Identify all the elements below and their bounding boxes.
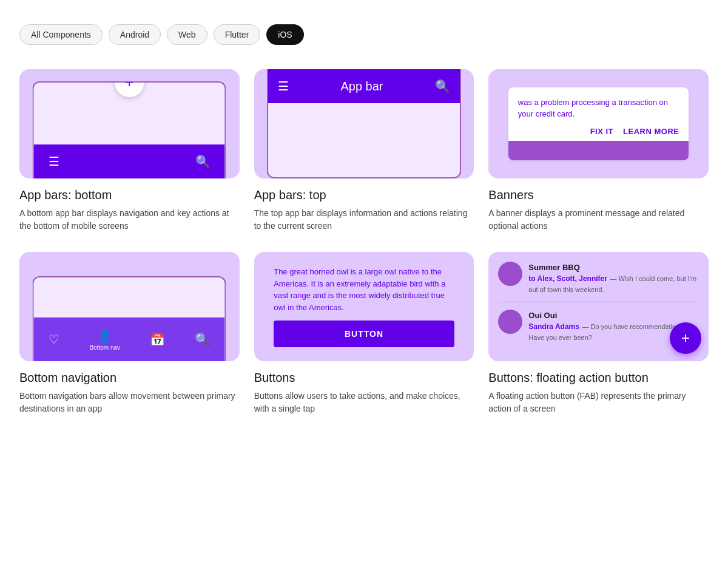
banner-actions: FIX IT LEARN MORE (518, 127, 679, 136)
nav-item-calendar: 📅 (150, 332, 165, 347)
fab-email-content-1: Summer BBQ to Alex, Scott, Jennifer — Wi… (528, 262, 699, 294)
person-icon: 👤 (97, 328, 112, 343)
search-icon-top: 🔍 (435, 79, 450, 93)
banner-preview-text: was a problem processing a transaction o… (518, 97, 679, 119)
bottom-nav-device: ♡ 👤 Bottom nav 📅 🔍 (33, 276, 226, 361)
preview-app-bars-bottom: + ☰ 🔍 (19, 69, 240, 178)
filter-android[interactable]: Android (109, 24, 161, 45)
preview-buttons: The great horned owl is a large owl nati… (254, 252, 474, 361)
fab-email-to-1: to Alex, Scott, Jennifer (528, 274, 607, 283)
heart-icon: ♡ (49, 332, 59, 347)
fab-email-to-2: Sandra Adams (528, 322, 579, 331)
fab-preview-circle: + (115, 81, 144, 97)
nav-item-favorites: ♡ (49, 332, 59, 347)
fab-email-from-text-1: Summer BBQ (528, 263, 580, 272)
nav-item-profile: 👤 Bottom nav (89, 328, 120, 351)
preview-app-bars-top: ☰ App bar 🔍 (254, 69, 474, 178)
fab-email-from-1: Summer BBQ (528, 262, 699, 273)
filter-ios[interactable]: iOS (266, 24, 303, 45)
card-desc-app-bars-top: The top app bar displays information and… (254, 207, 474, 232)
card-app-bars-top: ☰ App bar 🔍 App bars: top The top app ba… (254, 69, 474, 232)
preview-button-element[interactable]: BUTTON (274, 321, 454, 347)
nav-item-search: 🔍 (195, 332, 210, 347)
card-title-app-bars-bottom: App bars: bottom (19, 188, 240, 202)
nav-item-label: Bottom nav (89, 344, 120, 351)
fab-email-item-1: Summer BBQ to Alex, Scott, Jennifer — Wi… (498, 262, 699, 294)
fab-email-from-2: Oui Oui (528, 310, 699, 321)
card-title-banners: Banners (488, 188, 709, 202)
fab-divider (498, 302, 699, 302)
card-buttons: The great horned owl is a large owl nati… (254, 252, 474, 415)
fab-avatar-2 (498, 310, 522, 334)
card-desc-banners: A banner displays a prominent message an… (488, 207, 709, 232)
device-mockup-bottom: + ☰ 🔍 (33, 81, 226, 178)
top-appbar-bar: ☰ App bar 🔍 (268, 69, 459, 103)
card-title-fab: Buttons: floating action button (488, 371, 709, 385)
filter-bar: All Components Android Web Flutter iOS (19, 24, 709, 45)
card-desc-buttons: Buttons allow users to take actions, and… (254, 390, 474, 415)
component-grid: + ☰ 🔍 App bars: bottom A bottom app bar … (19, 69, 709, 415)
preview-banners: was a problem processing a transaction o… (488, 69, 709, 178)
appbar-title: App bar (340, 80, 383, 93)
calendar-icon: 📅 (150, 332, 165, 347)
card-desc-bottom-nav: Bottom navigation bars allow movement be… (19, 390, 240, 415)
filter-all[interactable]: All Components (19, 24, 103, 45)
search-icon: 🔍 (195, 154, 211, 169)
card-banners: was a problem processing a transaction o… (488, 69, 709, 232)
banner-learn-btn[interactable]: LEARN MORE (623, 127, 679, 136)
banner-strip (508, 141, 689, 160)
menu-icon: ☰ (49, 154, 59, 169)
fab-avatar-1 (498, 262, 522, 286)
card-desc-fab: A floating action button (FAB) represent… (488, 390, 709, 415)
bottom-nav-bar: ♡ 👤 Bottom nav 📅 🔍 (34, 317, 225, 361)
hamburger-icon: ☰ (278, 79, 289, 93)
card-fab: Summer BBQ to Alex, Scott, Jennifer — Wi… (488, 252, 709, 415)
buttons-scroll-text: The great horned owl is a large owl nati… (274, 266, 454, 313)
fab-button[interactable]: + (670, 322, 701, 354)
banner-fix-btn[interactable]: FIX IT (590, 127, 613, 136)
preview-bottom-navigation: ♡ 👤 Bottom nav 📅 🔍 (19, 252, 240, 361)
card-title-bottom-nav: Bottom navigation (19, 371, 240, 385)
fab-email-meta-1: to Alex, Scott, Jennifer — Wish I could … (528, 273, 699, 294)
card-bottom-navigation: ♡ 👤 Bottom nav 📅 🔍 Bottom navigation Bot… (19, 252, 240, 415)
card-desc-app-bars-bottom: A bottom app bar displays navigation and… (19, 207, 240, 232)
search-icon-nav: 🔍 (195, 332, 210, 347)
card-title-buttons: Buttons (254, 371, 474, 385)
banner-text-content: was a problem processing a transaction o… (518, 98, 668, 118)
filter-web[interactable]: Web (167, 24, 207, 45)
card-app-bars-bottom: + ☰ 🔍 App bars: bottom A bottom app bar … (19, 69, 240, 232)
device-mockup-top: ☰ App bar 🔍 (267, 69, 460, 178)
banner-preview-card: was a problem processing a transaction o… (508, 87, 689, 160)
filter-flutter[interactable]: Flutter (214, 24, 261, 45)
preview-fab: Summer BBQ to Alex, Scott, Jennifer — Wi… (488, 252, 709, 361)
fab-email-from-text-2: Oui Oui (528, 311, 557, 320)
bottom-appbar-bar: + ☰ 🔍 (34, 144, 225, 178)
card-title-app-bars-top: App bars: top (254, 188, 474, 202)
fab-email-item-2: Oui Oui Sandra Adams — Do you have recom… (498, 310, 699, 342)
